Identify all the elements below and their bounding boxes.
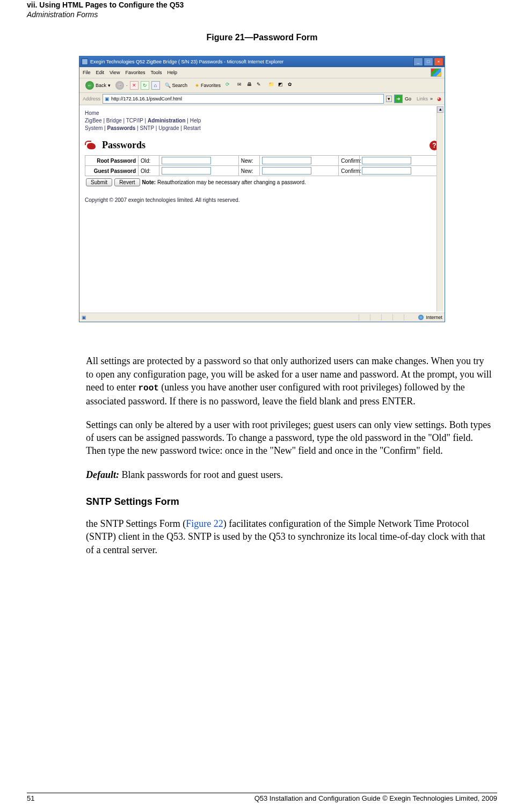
menu-favorites[interactable]: Favorites — [125, 70, 145, 75]
menu-view[interactable]: View — [110, 70, 120, 75]
note-label: Note: — [142, 179, 156, 185]
edit-icon[interactable]: ✎ — [257, 82, 264, 89]
guest-password-label: Guest Password — [85, 166, 139, 176]
address-url: http://172.16.16.1/pswdConf.html — [111, 96, 182, 102]
guest-confirm-input[interactable] — [362, 167, 411, 175]
print-icon[interactable]: 🖶 — [247, 82, 254, 89]
root-password-label: Root Password — [85, 156, 139, 166]
toolbar-sep: · — [126, 83, 128, 88]
confirm-label: Confirm: — [339, 156, 360, 166]
header-subtitle: Administration Forms — [27, 10, 497, 19]
search-button[interactable]: 🔍 Search — [162, 82, 191, 89]
back-label: Back — [96, 83, 106, 88]
paragraph-4: the SNTP Settings Form (Figure 22) facil… — [86, 517, 492, 556]
search-icon: 🔍 — [165, 83, 171, 88]
old-label-2: Old: — [139, 166, 159, 176]
confirm-label-2: Confirm: — [339, 166, 360, 176]
page-number: 51 — [27, 794, 34, 802]
chevron-down-icon: ▾ — [108, 83, 111, 88]
root-new-input[interactable] — [262, 157, 311, 164]
globe-icon — [418, 315, 424, 320]
guest-new-input[interactable] — [262, 167, 311, 175]
misc-icon-1[interactable]: ◩ — [278, 82, 286, 89]
root-confirm-input[interactable] — [362, 157, 411, 164]
window-title: Exegin Technologies Q52 ZigBee Bridge ( … — [90, 59, 283, 64]
p4-text-a: the SNTP Settings Form ( — [86, 518, 186, 529]
mail-icon[interactable]: ✉ — [237, 82, 245, 89]
address-dropdown-icon[interactable]: ▾ — [386, 96, 392, 102]
go-label: Go — [405, 96, 411, 102]
default-text: Blank passwords for root and guest users… — [119, 469, 283, 480]
guest-old-input[interactable] — [162, 167, 211, 175]
nav-passwords[interactable]: Passwords — [107, 125, 136, 131]
window-titlebar: Exegin Technologies Q52 ZigBee Bridge ( … — [79, 56, 445, 67]
misc-icon-2[interactable]: ✿ — [288, 82, 295, 89]
menu-bar: File Edit View Favorites Tools Help — [79, 67, 445, 78]
figure-22-link[interactable]: Figure 22 — [186, 518, 223, 529]
nav-zigbee[interactable]: ZigBee — [85, 118, 102, 124]
figure-caption: Figure 21—Password Form — [27, 33, 497, 42]
paragraph-1: All settings are protected by a password… — [86, 354, 492, 407]
submit-button[interactable]: Submit — [86, 178, 112, 186]
nav-help[interactable]: Help — [190, 118, 201, 124]
toolbar-extra-icon[interactable]: ◕ — [437, 96, 441, 102]
close-button[interactable]: × — [434, 57, 443, 66]
refresh-button[interactable]: ↻ — [141, 81, 149, 90]
menu-help[interactable]: Help — [167, 70, 177, 75]
history-icon[interactable]: ⟳ — [225, 82, 233, 89]
forward-button[interactable]: → — [115, 81, 124, 90]
root-old-input[interactable] — [162, 157, 211, 164]
favorites-label: Favorites — [201, 83, 221, 88]
menu-file[interactable]: File — [83, 70, 91, 75]
nav-restart[interactable]: Restart — [184, 125, 201, 131]
windows-flag-icon — [431, 68, 441, 77]
menu-tools[interactable]: Tools — [150, 70, 162, 75]
old-label: Old: — [139, 156, 159, 166]
address-label: Address — [83, 96, 100, 102]
new-label-2: New: — [238, 166, 259, 176]
ie-app-icon — [82, 59, 88, 65]
minimize-button[interactable]: _ — [413, 57, 423, 66]
scroll-up-icon[interactable]: ▴ — [437, 106, 443, 113]
nav-system[interactable]: System — [85, 125, 103, 131]
status-bar: ▣ Internet — [79, 313, 445, 322]
site-nav: Home ZigBee | Bridge | TCP/IP | Administ… — [85, 110, 439, 132]
nav-tcpip[interactable]: TCP/IP — [126, 118, 143, 124]
page-content: ▴ Home ZigBee | Bridge | TCP/IP | Admini… — [79, 105, 445, 313]
address-bar: Address ▣ http://172.16.16.1/pswdConf.ht… — [79, 93, 445, 105]
back-button[interactable]: ← Back ▾ — [83, 80, 113, 91]
nav-admin[interactable]: Administration — [148, 118, 186, 124]
nav-sntp[interactable]: SNTP — [140, 125, 154, 131]
address-input[interactable]: ▣ http://172.16.16.1/pswdConf.html — [103, 94, 384, 104]
page-header: vii. Using HTML Pages to Configure the Q… — [27, 0, 497, 19]
links-label[interactable]: Links — [417, 96, 428, 102]
maximize-button[interactable]: □ — [424, 57, 433, 66]
nav-home[interactable]: Home — [85, 110, 99, 116]
go-button[interactable]: ➜ — [394, 95, 403, 103]
links-chevron-icon[interactable]: » — [430, 96, 433, 102]
page-copyright: Copyright © 2007 exegin technologies lim… — [85, 197, 439, 203]
default-label: Default: — [86, 469, 119, 480]
nav-upgrade[interactable]: Upgrade — [158, 125, 179, 131]
scrollbar[interactable]: ▴ — [436, 106, 443, 311]
root-literal: root — [138, 383, 158, 393]
stop-button[interactable]: ✕ — [130, 81, 139, 90]
menu-edit[interactable]: Edit — [96, 70, 105, 75]
sntp-subheading: SNTP Settings Form — [86, 496, 492, 508]
revert-button[interactable]: Revert — [114, 178, 140, 186]
exegin-logo-icon — [85, 141, 98, 150]
toolbar: ← Back ▾ → · ✕ ↻ ⌂ 🔍 Search ★ Favorites … — [79, 78, 445, 93]
table-row: Root Password Old: New: Confirm: — [85, 156, 439, 166]
header-chapter: vii. Using HTML Pages to Configure the Q… — [27, 0, 497, 10]
table-row: Guest Password Old: New: Confirm: — [85, 166, 439, 176]
footer-text: Q53 Installation and Configuration Guide… — [254, 794, 497, 802]
body-text: All settings are protected by a password… — [86, 354, 492, 556]
note-text: Reauthorization may be necessary after c… — [156, 179, 306, 185]
back-arrow-icon: ← — [85, 81, 94, 90]
paragraph-3: Default: Blank passwords for root and gu… — [86, 468, 492, 481]
nav-bridge[interactable]: Bridge — [106, 118, 122, 124]
favorites-button[interactable]: ★ Favorites — [192, 82, 223, 89]
folder-icon[interactable]: 📁 — [268, 82, 276, 89]
home-button[interactable]: ⌂ — [151, 81, 160, 90]
browser-window: Exegin Technologies Q52 ZigBee Bridge ( … — [79, 56, 445, 322]
